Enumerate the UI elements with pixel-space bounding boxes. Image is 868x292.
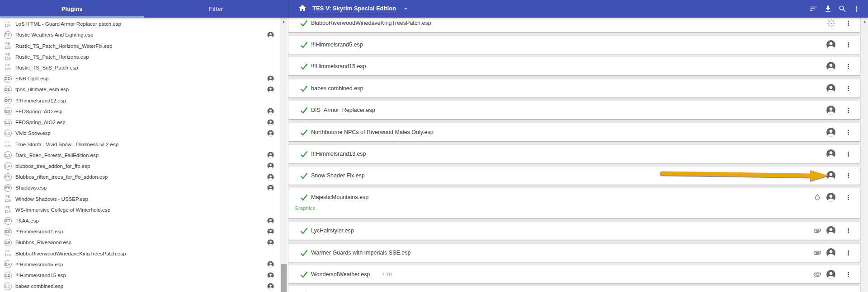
- plugin-list-item[interactable]: ECbabes combined.esp: [0, 281, 280, 292]
- plugin-index-badge-bottom: 12A: [5, 210, 11, 214]
- plugin-name: Shadows.esp: [15, 185, 47, 190]
- load-order-card[interactable]: DIS_Armor_Replacer.esp: [288, 101, 860, 119]
- load-order-card[interactable]: !!!Himmelsrand15.esp: [288, 57, 860, 75]
- account-icon[interactable]: [826, 61, 836, 72]
- plugin-list-item[interactable]: E9Blubbos_Riverwood.esp: [0, 237, 280, 248]
- load-order-row[interactable]: MajesticMountains.esp: [288, 188, 860, 206]
- left-scrollbar[interactable]: ▲: [280, 18, 288, 292]
- kebab-menu-icon[interactable]: [843, 225, 854, 236]
- load-order-row[interactable]: !!!Himmelsrand15.esp: [288, 57, 860, 75]
- account-icon[interactable]: [826, 170, 836, 181]
- plugin-list-item[interactable]: DF!!!Himmelsrand12.esp: [0, 95, 280, 106]
- load-order-row[interactable]: LycHairstyler.esp: [288, 222, 860, 240]
- kebab-menu-icon[interactable]: [843, 170, 854, 181]
- load-order-card[interactable]: Warmer Guards with Imperials SSE.esp: [288, 244, 860, 262]
- plugin-list-item[interactable]: FE129Window Shadows - USSEP.esp: [0, 194, 280, 204]
- kebab-menu-icon[interactable]: [843, 105, 854, 116]
- plugin-index-badge: E9: [3, 239, 12, 246]
- plugin-list-item[interactable]: FE127Rustic_TS_SoS_Patch.esp: [0, 62, 280, 73]
- download-icon[interactable]: [822, 4, 833, 14]
- load-order-card[interactable]: !!!Himmelsrand5.esp: [288, 36, 860, 54]
- plugin-index-badge-text: DC: [4, 31, 12, 39]
- load-order-card[interactable]: Northbourne NPCs of Riverwood Males Only…: [288, 123, 860, 141]
- plugin-list-item[interactable]: E0FFOSpring_AIO.esp: [0, 106, 280, 117]
- kebab-menu-icon[interactable]: [843, 269, 854, 280]
- plugin-list-item[interactable]: E8!!!Himmelsrand1.esp: [0, 226, 280, 237]
- plugin-list-item[interactable]: E7TKAA.esp: [0, 215, 280, 226]
- load-order-row[interactable]: !!!Himmelsrand13.esp: [288, 145, 860, 163]
- scroll-up-icon[interactable]: ▲: [861, 18, 868, 24]
- more-menu-icon[interactable]: [851, 4, 862, 14]
- plugin-list-item[interactable]: DEtpos_ultimate_esm.esp: [0, 84, 280, 95]
- account-icon[interactable]: [826, 127, 836, 138]
- search-icon[interactable]: [837, 4, 848, 14]
- load-order-card[interactable]: WondersofWeather.esp1.10: [288, 265, 860, 283]
- scroll-up-icon[interactable]: ▲: [280, 18, 288, 24]
- load-order-row[interactable]: BlubboRiverwoodWinedaveKingTreesPatch.es…: [288, 18, 860, 32]
- plugin-index-badge: E2: [3, 130, 12, 137]
- account-icon[interactable]: [826, 192, 836, 203]
- load-order-card[interactable]: MajesticMountains.espGraphics: [288, 188, 860, 218]
- enabled-check-icon: [300, 85, 308, 93]
- load-order-row[interactable]: WondersofWeather.esp1.10: [288, 265, 860, 283]
- load-order-card[interactable]: Snow Shader Fix.esp: [288, 167, 860, 185]
- plugin-list-item[interactable]: E2Vivid Snow.esp: [0, 128, 280, 139]
- plugin-index-badge-text: EB: [4, 272, 12, 279]
- plugin-list-item[interactable]: FE126Rustic_TS_Patch_Horizons.esp: [0, 51, 280, 62]
- load-order-row[interactable]: [288, 286, 860, 292]
- plugin-list-item[interactable]: EB!!!Himmelsrand15.esp: [0, 270, 280, 281]
- plugin-list-item[interactable]: FE125Rustic_TS_Patch_Horizons_WaterFix.e…: [0, 40, 280, 51]
- kebab-menu-icon[interactable]: [843, 18, 854, 28]
- load-order-row[interactable]: !!!Himmelsrand5.esp: [288, 36, 860, 54]
- load-order-card[interactable]: [288, 286, 860, 292]
- plugin-list-item[interactable]: E3Dark_Eden_Forests_FallEdition.esp: [0, 150, 280, 161]
- load-order-row[interactable]: Snow Shader Fix.esp: [288, 167, 860, 185]
- account-icon[interactable]: [826, 247, 836, 258]
- plugin-list-item[interactable]: E1FFOSpring_AIO2.esp: [0, 117, 280, 128]
- load-order-row[interactable]: DIS_Armor_Replacer.esp: [288, 101, 860, 119]
- plugin-index-badge-bottom: 129: [5, 199, 10, 203]
- tab-filter[interactable]: Filter: [144, 0, 288, 18]
- load-order-card[interactable]: LycHairstyler.esp: [288, 222, 860, 240]
- account-icon[interactable]: [826, 39, 836, 50]
- account-icon[interactable]: [826, 269, 836, 280]
- plugin-list-item[interactable]: FE12BBlubboRiverwoodWinedaveKingTreesPat…: [0, 248, 280, 259]
- plugin-list-item[interactable]: FE124LoS II TML - Guard Armor Replacer p…: [0, 19, 280, 29]
- left-scrollbar-thumb[interactable]: [281, 264, 287, 292]
- load-order-row[interactable]: babes combined.esp: [288, 79, 860, 97]
- kebab-menu-icon[interactable]: [843, 83, 854, 94]
- account-icon[interactable]: [826, 225, 836, 236]
- game-selector[interactable]: TES V: Skyrim Special Edition: [298, 0, 409, 18]
- account-icon: [267, 239, 274, 246]
- kebab-menu-icon[interactable]: [843, 247, 854, 258]
- sort-icon[interactable]: [808, 4, 819, 14]
- plugin-list-item[interactable]: FE12AWS-Immersive College of Winterhold.…: [0, 204, 280, 215]
- tab-plugins[interactable]: Plugins: [0, 0, 144, 18]
- load-order-row[interactable]: Warmer Guards with Imperials SSE.esp: [288, 244, 860, 262]
- kebab-menu-icon[interactable]: [843, 39, 854, 50]
- kebab-menu-icon[interactable]: [843, 192, 854, 203]
- right-scrollbar[interactable]: ▲: [861, 18, 868, 292]
- plugin-list-item[interactable]: E5Blubbos_riften_trees_for_ffo_addon.esp: [0, 171, 280, 182]
- plugin-list-item[interactable]: DDENB Light.esp: [0, 73, 280, 84]
- load-order-card[interactable]: !!!Himmelsrand13.esp: [288, 145, 860, 163]
- plugin-name: FFOSpring_AIO2.esp: [15, 120, 66, 125]
- kebab-menu-icon[interactable]: [843, 148, 854, 159]
- plugin-list-item[interactable]: FE128True Storm - Vivid Snow - Darkness …: [0, 139, 280, 149]
- account-icon[interactable]: [826, 105, 836, 116]
- account-icon: [267, 130, 274, 137]
- plugin-list-item[interactable]: DCRustic Weathers And Lighting.esp: [0, 29, 280, 40]
- plugin-index-badge: E8: [3, 228, 12, 236]
- plugin-list-item[interactable]: E4blubbos_tree_addon_for_ffo.esp: [0, 161, 280, 171]
- load-order-row[interactable]: Northbourne NPCs of Riverwood Males Only…: [288, 123, 860, 141]
- load-order-card[interactable]: babes combined.esp: [288, 79, 860, 97]
- plugin-list-item[interactable]: E6Shadows.esp: [0, 182, 280, 193]
- kebab-menu-icon[interactable]: [843, 61, 854, 72]
- plugin-name: Snow Shader Fix.esp: [311, 172, 365, 179]
- account-icon[interactable]: [826, 148, 836, 159]
- load-order-card[interactable]: BlubboRiverwoodWinedaveKingTreesPatch.es…: [288, 18, 860, 32]
- account-icon[interactable]: [826, 83, 836, 94]
- plugin-name: BlubboRiverwoodWinedaveKingTreesPatch.es…: [15, 251, 126, 256]
- kebab-menu-icon[interactable]: [843, 127, 854, 138]
- plugin-list-item[interactable]: EA!!!Himmelsrand5.esp: [0, 259, 280, 270]
